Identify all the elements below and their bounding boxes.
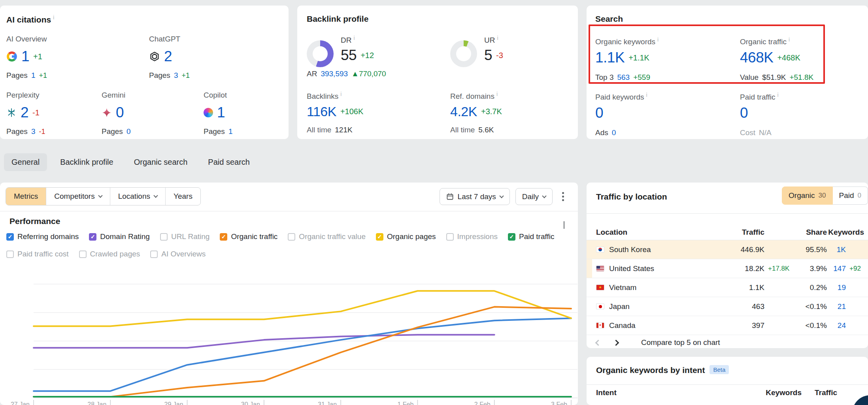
checkbox-impressions[interactable]: Impressions <box>446 232 498 241</box>
info-icon[interactable] <box>497 35 498 41</box>
info-icon[interactable] <box>340 91 342 97</box>
tab-general[interactable]: General <box>4 153 47 171</box>
info-icon[interactable] <box>53 14 54 21</box>
ai-item-chatgpt: ChatGPT 2 Pages 3 +1 <box>149 35 190 80</box>
ar-value[interactable]: 393,593 <box>321 70 348 78</box>
competitors-button[interactable]: Competitors <box>46 188 109 205</box>
perplexity-value[interactable]: 2 <box>21 104 28 121</box>
compare-top5-button[interactable]: Compare top 5 on chart <box>641 338 720 347</box>
keywords-link[interactable]: 24 <box>827 321 846 330</box>
checkbox-url-rating[interactable]: URL Rating <box>160 232 210 241</box>
divider <box>587 213 868 214</box>
table-row-united-states[interactable]: United States 18.2K +17.8K 3.9% 147 +92 <box>587 259 868 278</box>
ai-overview-value[interactable]: 1 <box>21 48 29 65</box>
table-row-vietnam[interactable]: Vietnam 1.1K 0.2% 19 <box>587 278 868 297</box>
checkbox-organic-pages[interactable]: Organic pages <box>376 232 436 241</box>
paid-traffic-value[interactable]: 0 <box>740 105 748 121</box>
info-icon[interactable] <box>353 35 355 41</box>
checkbox-label: Organic traffic value <box>299 232 366 241</box>
paid-traffic-label-text: Paid traffic <box>740 93 775 101</box>
location-name: Japan <box>609 302 630 311</box>
keywords-link[interactable]: 19 <box>827 283 846 292</box>
pages-value[interactable]: 3 <box>174 71 178 80</box>
top3-value[interactable]: 563 <box>617 73 630 82</box>
info-icon[interactable] <box>496 91 498 97</box>
pages-delta: -1 <box>39 128 45 136</box>
pages-value[interactable]: 3 <box>31 127 36 136</box>
checkbox-label: Crawled pages <box>90 250 140 258</box>
performance-chart-svg: 27 Jan28 Jan29 Jan30 Jan31 Jan1 Feb2 Feb… <box>34 271 571 405</box>
table-row-japan[interactable]: Japan 463 <0.1% 21 <box>587 297 868 316</box>
organic-keywords-block: Organic keywords 1.1K +1.1K Top 3 563 +5… <box>595 36 706 82</box>
performance-chart[interactable]: 27 Jan28 Jan29 Jan30 Jan31 Jan1 Feb2 Feb… <box>34 271 571 405</box>
granularity-button[interactable]: Daily <box>515 188 553 205</box>
keywords-link[interactable]: 21 <box>827 302 846 311</box>
divider <box>0 211 578 211</box>
organic-traffic-value[interactable]: 468K <box>740 49 773 66</box>
date-range-button[interactable]: Last 7 days <box>440 188 510 205</box>
next-page-button[interactable] <box>613 339 619 346</box>
keywords-by-intent-panel: Organic keywords by intentBeta Intent Ke… <box>587 357 868 405</box>
pages-label: Pages <box>6 127 28 136</box>
ads-value[interactable]: 0 <box>612 128 616 137</box>
dr-delta: +12 <box>360 51 374 60</box>
checkbox-label: Referring domains <box>17 232 79 241</box>
svg-text:27 Jan: 27 Jan <box>11 401 30 405</box>
more-options-button[interactable] <box>558 190 568 203</box>
table-row-canada[interactable]: Canada 397 <0.1% 24 <box>587 316 868 335</box>
flag-japan <box>596 303 604 309</box>
metrics-button[interactable]: Metrics <box>6 188 46 205</box>
paid-keywords-value[interactable]: 0 <box>595 105 603 121</box>
backlinks-value[interactable]: 116K <box>307 104 336 119</box>
years-button[interactable]: Years <box>165 188 200 205</box>
ur-value: 5 <box>484 47 492 64</box>
ai-source-label: Gemini <box>102 91 204 100</box>
google-icon <box>6 51 17 62</box>
tab-paid-search[interactable]: Paid search <box>200 153 257 171</box>
organic-toggle-label: Organic <box>789 191 815 200</box>
info-icon[interactable] <box>789 36 790 43</box>
keywords-link[interactable]: 1K <box>827 245 846 254</box>
ai-citations-panel: AI citations AI Overview 1 +1 Pages <box>0 6 289 139</box>
pages-value[interactable]: 1 <box>31 71 36 80</box>
info-icon[interactable] <box>646 92 647 98</box>
info-icon[interactable] <box>777 92 778 98</box>
gemini-icon <box>102 107 112 118</box>
granularity-label: Daily <box>522 192 539 201</box>
locations-button[interactable]: Locations <box>110 188 165 205</box>
paid-toggle-button[interactable]: Paid 0 <box>833 186 868 205</box>
location-name: South Korea <box>609 245 651 254</box>
chatgpt-value[interactable]: 2 <box>164 48 172 65</box>
table-row-south-korea[interactable]: South Korea 446.9K 95.5% 1K <box>587 240 868 259</box>
organic-traffic-delta: +468K <box>777 53 800 62</box>
keywords-link[interactable]: 147 <box>827 264 846 273</box>
traffic-delta: +17.8K <box>764 265 795 273</box>
location-table-header: Location Traffic Share Keywords <box>587 224 868 240</box>
ref-domains-value[interactable]: 4.2K <box>450 104 477 119</box>
organic-toggle-button[interactable]: Organic 30 <box>782 186 832 205</box>
cost-value: N/A <box>759 128 772 137</box>
checkbox-crawled-pages[interactable]: Crawled pages <box>79 250 140 258</box>
info-icon[interactable] <box>657 36 659 43</box>
checkbox-paid-traffic-cost[interactable]: Paid traffic cost <box>6 250 69 258</box>
checkbox-referring-domains[interactable]: Referring domains <box>6 232 79 241</box>
checkbox-domain-rating[interactable]: Domain Rating <box>89 232 150 241</box>
svg-text:1 Feb: 1 Feb <box>398 401 414 405</box>
previous-page-button[interactable] <box>595 339 602 346</box>
backlink-profile-panel: Backlink profile DR 55 +12 AR 393,593 ▲7… <box>297 6 578 139</box>
tab-backlink-profile[interactable]: Backlink profile <box>53 153 121 171</box>
pages-label: Pages <box>149 71 170 80</box>
organic-keywords-value[interactable]: 1.1K <box>595 49 625 66</box>
tab-organic-search[interactable]: Organic search <box>126 153 195 171</box>
collapse-section-button[interactable] <box>564 221 564 228</box>
copilot-value[interactable]: 1 <box>217 104 225 121</box>
flag-canada <box>596 322 604 328</box>
checkbox-organic-traffic-value[interactable]: Organic traffic value <box>288 232 366 241</box>
checkbox-paid-traffic[interactable]: Paid traffic <box>508 232 554 241</box>
checkbox-organic-traffic[interactable]: Organic traffic <box>220 232 277 241</box>
checkbox-ai-overviews[interactable]: AI Overviews <box>150 250 206 258</box>
gemini-value[interactable]: 0 <box>116 104 124 121</box>
pages-value[interactable]: 1 <box>228 127 233 136</box>
backlinks-block: Backlinks 116K +106K All time 121K <box>307 91 363 134</box>
pages-value[interactable]: 0 <box>126 127 131 136</box>
